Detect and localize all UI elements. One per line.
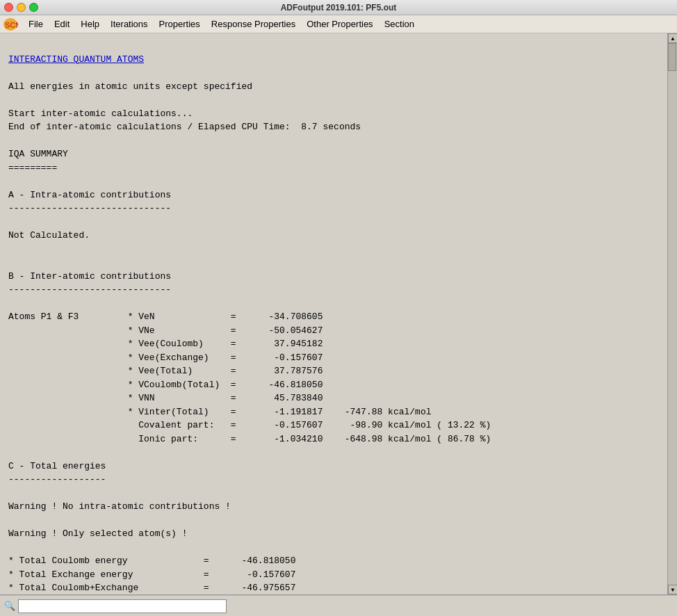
bottom-bar: 🔍 bbox=[0, 595, 677, 616]
menu-other-properties[interactable]: Other Properties bbox=[302, 17, 377, 31]
menu-properties[interactable]: Properties bbox=[154, 17, 205, 31]
scm-logo[interactable]: SCM bbox=[3, 17, 18, 31]
menu-response-properties[interactable]: Response Properties bbox=[206, 17, 300, 31]
content-area[interactable]: INTERACTING QUANTUM ATOMS All energies i… bbox=[0, 33, 667, 594]
search-input[interactable] bbox=[18, 599, 227, 613]
close-button[interactable] bbox=[4, 3, 13, 12]
iqa-header-link[interactable]: INTERACTING QUANTUM ATOMS bbox=[8, 54, 144, 65]
search-icon: 🔍 bbox=[4, 601, 15, 612]
title-bar: ADFoutput 2019.101: PF5.out bbox=[0, 0, 677, 15]
menu-help[interactable]: Help bbox=[76, 17, 104, 31]
maximize-button[interactable] bbox=[29, 3, 38, 12]
window-title: ADFoutput 2019.101: PF5.out bbox=[281, 3, 397, 13]
menu-section[interactable]: Section bbox=[380, 17, 419, 31]
menu-edit[interactable]: Edit bbox=[49, 17, 74, 31]
scroll-up-button[interactable]: ▲ bbox=[668, 33, 677, 43]
scroll-track[interactable] bbox=[668, 43, 677, 585]
content-text: INTERACTING QUANTUM ATOMS bbox=[8, 39, 659, 66]
vertical-scrollbar[interactable]: ▲ ▼ bbox=[667, 33, 677, 594]
scroll-thumb[interactable] bbox=[668, 43, 676, 71]
menu-bar: SCM File Edit Help Iterations Properties… bbox=[0, 15, 677, 33]
scroll-down-button[interactable]: ▼ bbox=[668, 585, 677, 594]
svg-text:SCM: SCM bbox=[5, 21, 18, 29]
menu-iterations[interactable]: Iterations bbox=[106, 17, 152, 31]
menu-file[interactable]: File bbox=[24, 17, 48, 31]
scm-logo-icon: SCM bbox=[3, 17, 18, 31]
minimize-button[interactable] bbox=[17, 3, 26, 12]
content-body: All energies in atomic units except spec… bbox=[8, 66, 659, 594]
window-controls[interactable] bbox=[4, 3, 38, 12]
main-area: INTERACTING QUANTUM ATOMS All energies i… bbox=[0, 33, 677, 594]
